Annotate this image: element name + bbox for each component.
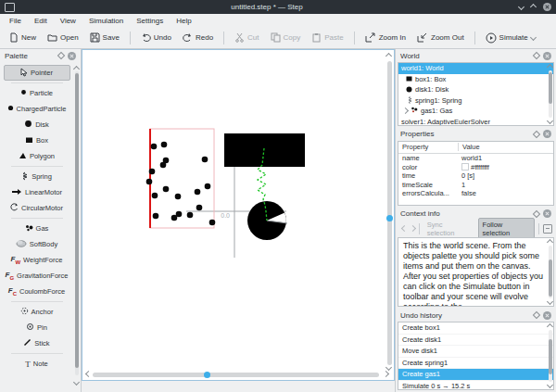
property-row-color[interactable]: color #ffffffff bbox=[398, 162, 553, 171]
palette-item-coulombforce[interactable]: FC CoulombForce bbox=[1, 284, 72, 299]
palette-item-chargedparticle[interactable]: ChargedParticle bbox=[1, 101, 72, 117]
world-scrollbar[interactable] bbox=[549, 70, 552, 118]
zoom-in-button[interactable]: Zoom In bbox=[360, 30, 411, 45]
right-dock: World world1: World box1: Box disk1: Dis… bbox=[395, 49, 556, 392]
close-panel-icon[interactable] bbox=[543, 311, 551, 320]
tree-item-label: gas1: Gas bbox=[421, 107, 452, 115]
palette-item-label: WeightForce bbox=[23, 256, 62, 264]
palette-item-gravitationforce[interactable]: FG GravitationForce bbox=[1, 268, 72, 284]
tree-item-gas1[interactable]: gas1: Gas bbox=[398, 106, 553, 117]
palette-item-circularmotor[interactable]: CircularMotor bbox=[1, 200, 72, 216]
float-panel-icon[interactable] bbox=[533, 311, 540, 319]
float-panel-icon[interactable] bbox=[533, 209, 540, 217]
palette-item-softbody[interactable]: SoftBody bbox=[1, 236, 72, 252]
column-property[interactable]: Property bbox=[398, 143, 459, 151]
tree-item-world1[interactable]: world1: World bbox=[398, 63, 553, 74]
close-icon[interactable] bbox=[543, 3, 551, 11]
palette-item-stick[interactable]: Stick bbox=[1, 335, 72, 351]
sync-selection-button[interactable]: Sync selection bbox=[423, 219, 474, 239]
open-button[interactable]: Open bbox=[42, 30, 84, 45]
undo-item[interactable]: Create disk1 bbox=[398, 335, 553, 347]
palette-item-label: Spring bbox=[32, 172, 52, 181]
tree-item-solver1[interactable]: solver1: AdaptiveEulerSolver bbox=[398, 117, 553, 126]
palette-item-spring[interactable]: Spring bbox=[1, 169, 72, 184]
column-value[interactable]: Value bbox=[459, 143, 480, 151]
property-row-name[interactable]: name world1 bbox=[398, 154, 553, 163]
palette-panel: Palette Pointer Particle ChargedParticle bbox=[0, 49, 82, 392]
close-panel-icon[interactable] bbox=[543, 52, 551, 60]
property-row-timescale[interactable]: timeScale 1 bbox=[398, 180, 553, 189]
palette-item-particle[interactable]: Particle bbox=[1, 85, 72, 101]
canvas-horizontal-scrollbar[interactable] bbox=[93, 373, 379, 377]
main-area: Palette Pointer Particle ChargedParticle bbox=[0, 49, 556, 392]
menu-simulation[interactable]: Simulation bbox=[82, 16, 130, 26]
palette-item-polygon[interactable]: Polygon bbox=[1, 148, 72, 164]
close-panel-icon[interactable] bbox=[543, 130, 551, 138]
new-button[interactable]: New bbox=[4, 30, 42, 45]
palette-item-label: Particle bbox=[30, 89, 53, 97]
float-panel-icon[interactable] bbox=[57, 52, 65, 59]
undo-item[interactable]: Create spring1 bbox=[398, 358, 553, 370]
world-tree: world1: World box1: Box disk1: Disk spri… bbox=[398, 62, 554, 126]
zoom-out-button[interactable]: Zoom Out bbox=[411, 30, 470, 45]
palette-item-pin[interactable]: Pin bbox=[1, 320, 72, 335]
context-text-area[interactable]: This is the world scene. From the object… bbox=[398, 237, 554, 308]
undo-item-selected[interactable]: Create gas1 bbox=[398, 369, 553, 381]
gas-icon bbox=[25, 224, 33, 234]
property-row-time[interactable]: time 0 [s] bbox=[398, 171, 553, 181]
box-icon bbox=[25, 136, 33, 145]
simulate-button[interactable]: Simulate bbox=[480, 30, 541, 46]
float-panel-icon[interactable] bbox=[533, 52, 540, 59]
palette-item-anchor[interactable]: Anchor bbox=[1, 304, 72, 320]
simulate-dropdown-icon[interactable] bbox=[530, 34, 537, 41]
color-swatch bbox=[461, 163, 469, 171]
tree-item-box1[interactable]: box1: Box bbox=[398, 74, 553, 85]
note-icon: T bbox=[25, 360, 31, 369]
palette-item-label: Pin bbox=[37, 323, 47, 332]
undo-item[interactable]: Simulate 0 s → 15.2 s bbox=[398, 381, 553, 390]
canvas-vertical-scrollbar[interactable] bbox=[387, 61, 392, 365]
palette-item-weightforce[interactable]: FW WeightForce bbox=[1, 252, 72, 268]
undo-item[interactable]: Create box1 bbox=[398, 322, 553, 335]
context-scrollbar[interactable] bbox=[549, 246, 552, 299]
toolbar-separator bbox=[223, 32, 224, 44]
world-canvas[interactable]: 0.0 bbox=[82, 49, 395, 381]
expander-icon[interactable] bbox=[402, 107, 409, 114]
menu-help[interactable]: Help bbox=[170, 16, 197, 26]
palette-scroll-down-icon[interactable] bbox=[73, 379, 80, 386]
save-button[interactable]: Save bbox=[84, 30, 125, 45]
maximize-icon[interactable] bbox=[530, 4, 537, 10]
back-icon[interactable] bbox=[401, 225, 408, 232]
charged-particle-icon bbox=[7, 105, 14, 113]
undo-button[interactable]: Undo bbox=[135, 30, 177, 45]
menu-settings[interactable]: Settings bbox=[130, 16, 170, 26]
palette-item-pointer[interactable]: Pointer bbox=[4, 65, 70, 81]
undo-scrollbar[interactable] bbox=[549, 330, 552, 382]
palette-item-label: CoulombForce bbox=[19, 287, 65, 296]
close-panel-icon[interactable] bbox=[68, 52, 76, 60]
redo-button[interactable]: Redo bbox=[177, 30, 219, 45]
palette-item-linearmotor[interactable]: LinearMotor bbox=[1, 184, 72, 200]
palette-item-disk[interactable]: Disk bbox=[1, 117, 72, 133]
menu-view[interactable]: View bbox=[54, 16, 82, 26]
palette-item-box[interactable]: Box bbox=[1, 133, 72, 148]
menu-edit[interactable]: Edit bbox=[28, 16, 54, 26]
palette-scrollbar[interactable] bbox=[75, 71, 79, 375]
forward-icon[interactable] bbox=[410, 225, 416, 232]
palette-item-note[interactable]: T Note bbox=[1, 356, 72, 372]
canvas-vertical-scroll-handle[interactable] bbox=[386, 215, 393, 221]
tree-item-disk1[interactable]: disk1: Disk bbox=[398, 84, 553, 95]
close-panel-icon[interactable] bbox=[543, 209, 551, 218]
palette-separator bbox=[11, 353, 63, 354]
property-row-errorscalculation[interactable]: errorsCalcula... false bbox=[398, 189, 553, 198]
palette-item-gas[interactable]: Gas bbox=[1, 221, 72, 236]
menu-file[interactable]: File bbox=[3, 16, 28, 26]
cut-label: Cut bbox=[247, 33, 259, 42]
simulation-scene[interactable]: 0.0 bbox=[82, 50, 396, 381]
canvas-horizontal-scroll-handle[interactable] bbox=[204, 372, 210, 378]
float-panel-icon[interactable] bbox=[533, 131, 540, 138]
detach-icon[interactable] bbox=[543, 224, 552, 234]
minimize-icon[interactable] bbox=[518, 4, 524, 10]
undo-item[interactable]: Move disk1 bbox=[398, 346, 553, 358]
tree-item-spring1[interactable]: spring1: Spring bbox=[398, 95, 553, 107]
